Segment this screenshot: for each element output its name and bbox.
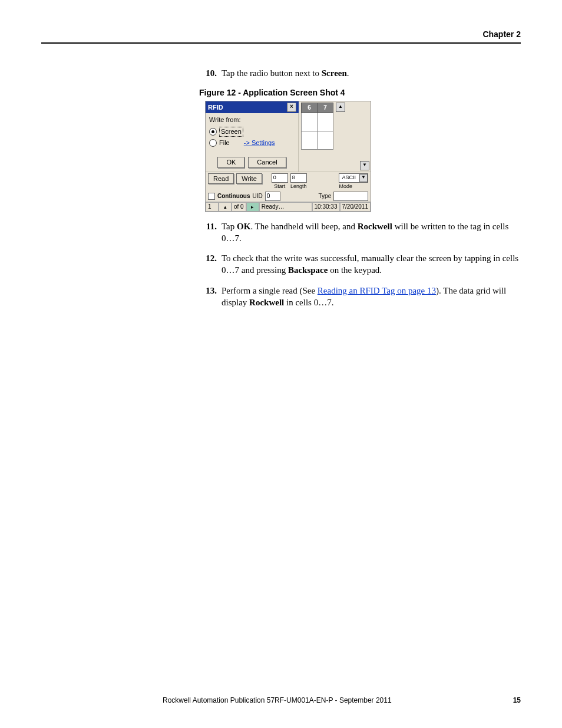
publication-info: Rockwell Automation Publication 57RF-UM0…	[163, 696, 392, 704]
ok-button[interactable]: OK	[217, 157, 244, 168]
page-stepper-icon[interactable]: ▴	[219, 202, 232, 212]
status-time: 10:30:33	[312, 202, 340, 212]
step-text: Tap OK. The handheld will beep, and Rock…	[222, 220, 521, 245]
text: Tap the radio button next to	[222, 68, 322, 78]
close-icon[interactable]: ×	[287, 103, 296, 112]
length-input[interactable]: 8	[290, 173, 307, 183]
uid-label: UID	[253, 192, 263, 200]
text: on the keypad.	[328, 265, 382, 275]
radio-screen-label: Screen	[219, 127, 243, 137]
bold: Screen	[322, 68, 347, 78]
type-label: Type	[319, 192, 332, 200]
status-date: 7/20/2011	[340, 202, 371, 212]
chapter-header: Chapter 2	[41, 29, 521, 44]
grid-cell[interactable]	[302, 113, 318, 131]
cross-reference-link[interactable]: Reading an RFID Tag on page 13	[318, 286, 436, 295]
step-11: 11. Tap OK. The handheld will beep, and …	[199, 220, 521, 245]
scroll-down-icon[interactable]: ▼	[360, 161, 369, 170]
step-number: 12.	[199, 252, 217, 276]
radio-file-label: File	[219, 139, 230, 147]
radio-screen-row[interactable]: Screen	[209, 127, 295, 137]
uid-input[interactable]: 0	[265, 192, 280, 201]
radio-file-row[interactable]: File -> Settings	[209, 139, 295, 147]
col-header-7: 7	[318, 103, 333, 113]
start-label: Start	[274, 183, 285, 190]
scroll-up-icon[interactable]: ▲	[336, 103, 345, 112]
status-text: Ready…	[259, 202, 312, 212]
grid-cell[interactable]	[318, 131, 333, 150]
body-content: 10. Tap the radio button next to Screen.…	[199, 67, 521, 308]
text: Perform a single read (See	[222, 286, 318, 295]
type-input[interactable]	[333, 192, 368, 201]
text: in cells 0…7.	[284, 298, 333, 307]
grid-cell[interactable]	[302, 131, 318, 150]
page-number: 15	[513, 696, 521, 704]
read-button[interactable]: Read	[208, 173, 234, 185]
text: Tap	[222, 222, 237, 231]
grid-cell[interactable]	[318, 113, 333, 131]
col-header-6: 6	[302, 103, 318, 113]
data-grid[interactable]: 6 7	[301, 103, 333, 150]
settings-link[interactable]: -> Settings	[244, 139, 275, 147]
step-text: Perform a single read (See Reading an RF…	[222, 285, 521, 309]
step-number: 13.	[199, 285, 217, 309]
status-bar: 1 ▴ of 0 ▸ Ready… 10:30:33 7/20/2011	[206, 202, 371, 212]
mode-label: Mode	[339, 183, 352, 190]
length-label: Length	[290, 183, 307, 190]
dialog-titlebar: RFID ×	[206, 101, 299, 113]
step-number: 11.	[199, 220, 217, 245]
cancel-button[interactable]: Cancel	[248, 157, 286, 168]
app-screenshot: RFID × Write from: Screen File	[205, 101, 371, 212]
page-of: of 0	[232, 202, 246, 212]
mode-dropdown[interactable]: ASCII ▼	[339, 173, 368, 183]
start-input[interactable]: 0	[272, 173, 288, 183]
dialog-title: RFID	[208, 103, 223, 112]
radio-screen[interactable]	[209, 128, 217, 136]
mode-value: ASCII	[339, 174, 358, 181]
bold: Rockwell	[249, 298, 284, 307]
step-text: To check that the write was successful, …	[222, 252, 521, 276]
play-icon[interactable]: ▸	[246, 202, 259, 212]
step-10: 10. Tap the radio button next to Screen.	[199, 67, 521, 79]
bold: Rockwell	[358, 222, 392, 231]
radio-file[interactable]	[209, 139, 217, 147]
step-number: 10.	[199, 67, 217, 79]
figure-caption: Figure 12 - Application Screen Shot 4	[199, 87, 521, 98]
step-12: 12. To check that the write was successf…	[199, 252, 521, 276]
step-text: Tap the radio button next to Screen.	[222, 67, 521, 79]
options-row: Continuous UID 0 Type	[206, 191, 371, 202]
page-input[interactable]: 1	[206, 202, 219, 212]
bold: OK	[237, 222, 250, 231]
chevron-down-icon[interactable]: ▼	[359, 174, 368, 182]
continuous-label: Continuous	[217, 192, 250, 200]
page-footer: Rockwell Automation Publication 57RF-UM0…	[41, 696, 521, 704]
toolbar-row: Read Write 0 Start 8 Length ASCII ▼	[206, 172, 371, 191]
write-from-label: Write from:	[209, 116, 295, 124]
write-button[interactable]: Write	[236, 173, 262, 185]
text: .	[347, 68, 349, 78]
bold: Backspace	[288, 265, 328, 275]
step-13: 13. Perform a single read (See Reading a…	[199, 285, 521, 309]
text: . The handheld will beep, and	[250, 222, 357, 231]
continuous-checkbox[interactable]	[208, 193, 215, 200]
